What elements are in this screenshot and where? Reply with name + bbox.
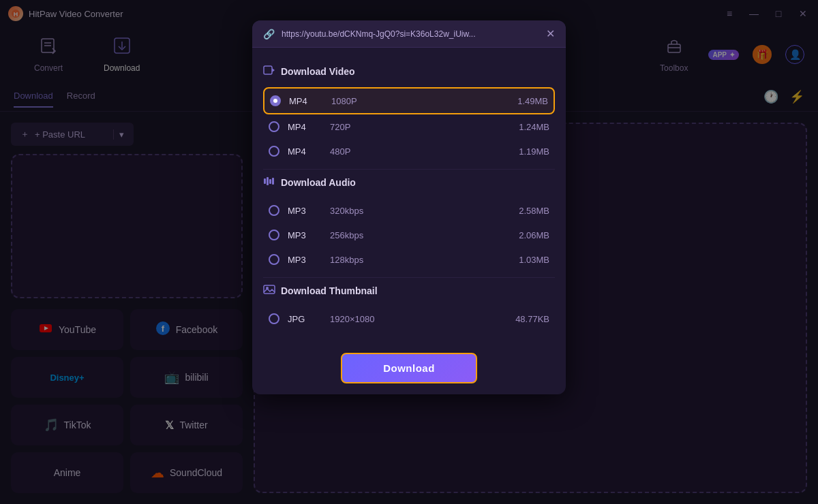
download-button[interactable]: Download bbox=[341, 353, 477, 383]
option-mp4-1080[interactable]: MP4 1080P 1.49MB bbox=[263, 87, 555, 114]
option-size-mp4-1080: 1.49MB bbox=[517, 96, 548, 106]
radio-jpg-1080 bbox=[269, 313, 279, 324]
thumbnail-section-icon bbox=[263, 283, 275, 298]
option-quality-mp3-128: 128kbps bbox=[330, 255, 511, 265]
svg-rect-19 bbox=[264, 285, 275, 294]
divider-2 bbox=[263, 277, 555, 278]
thumbnail-section-header: Download Thumbnail bbox=[263, 283, 555, 298]
modal-body: Download Video MP4 1080P 1.49MB MP4 720P… bbox=[252, 48, 566, 342]
option-format-mp3-128: MP3 bbox=[288, 255, 322, 265]
radio-mp3-320 bbox=[269, 205, 279, 216]
modal-close-button[interactable]: ✕ bbox=[546, 27, 555, 40]
svg-rect-15 bbox=[264, 178, 266, 184]
option-size-mp3-256: 2.06MB bbox=[519, 230, 549, 240]
modal-footer: Download bbox=[252, 342, 566, 394]
option-size-mp3-128: 1.03MB bbox=[519, 255, 549, 265]
option-format-mp4-720: MP4 bbox=[288, 122, 322, 132]
option-mp4-720[interactable]: MP4 720P 1.24MB bbox=[263, 114, 555, 139]
radio-mp4-720 bbox=[269, 121, 279, 132]
option-format-mp3-320: MP3 bbox=[288, 206, 322, 216]
option-size-mp4-720: 1.24MB bbox=[519, 122, 549, 132]
option-format-mp4-480: MP4 bbox=[288, 146, 322, 157]
svg-rect-17 bbox=[269, 179, 271, 184]
option-mp3-256[interactable]: MP3 256kbps 2.06MB bbox=[263, 223, 555, 247]
video-section-title: Download Video bbox=[281, 66, 355, 77]
option-quality-mp3-256: 256kbps bbox=[330, 230, 511, 240]
radio-mp3-256 bbox=[269, 230, 279, 240]
option-format-mp3-256: MP3 bbox=[288, 230, 322, 240]
divider-1 bbox=[263, 169, 555, 170]
link-icon: 🔗 bbox=[263, 29, 275, 40]
svg-rect-13 bbox=[264, 66, 272, 74]
audio-section-title: Download Audio bbox=[281, 177, 356, 188]
svg-marker-14 bbox=[272, 68, 275, 72]
option-size-mp4-480: 1.19MB bbox=[519, 146, 549, 157]
video-section-icon bbox=[263, 64, 275, 79]
option-format-jpg-1080: JPG bbox=[288, 314, 322, 324]
option-quality-mp4-1080: 1080P bbox=[331, 96, 509, 106]
radio-mp3-128 bbox=[269, 254, 279, 265]
option-quality-mp4-480: 480P bbox=[330, 146, 511, 157]
option-size-jpg-1080: 48.77KB bbox=[515, 314, 549, 324]
option-quality-jpg-1080: 1920×1080 bbox=[330, 314, 507, 324]
svg-rect-18 bbox=[272, 178, 274, 185]
option-mp4-480[interactable]: MP4 480P 1.19MB bbox=[263, 139, 555, 163]
thumbnail-section-title: Download Thumbnail bbox=[281, 285, 378, 296]
audio-section-icon bbox=[263, 175, 275, 190]
option-mp3-320[interactable]: MP3 320kbps 2.58MB bbox=[263, 198, 555, 223]
modal-url-text: https://youtu.be/dCKNmq-JgQ0?si=K36oL32w… bbox=[282, 29, 539, 39]
option-size-mp3-320: 2.58MB bbox=[519, 206, 549, 216]
download-format-modal: 🔗 https://youtu.be/dCKNmq-JgQ0?si=K36oL3… bbox=[252, 20, 566, 394]
video-section-header: Download Video bbox=[263, 64, 555, 79]
radio-mp4-480 bbox=[269, 146, 279, 157]
radio-mp4-1080 bbox=[270, 95, 281, 106]
audio-section-header: Download Audio bbox=[263, 175, 555, 190]
option-jpg-1080[interactable]: JPG 1920×1080 48.77KB bbox=[263, 306, 555, 331]
option-format-mp4-1080: MP4 bbox=[289, 96, 323, 106]
option-mp3-128[interactable]: MP3 128kbps 1.03MB bbox=[263, 247, 555, 272]
option-quality-mp3-320: 320kbps bbox=[330, 206, 511, 216]
modal-url-bar: 🔗 https://youtu.be/dCKNmq-JgQ0?si=K36oL3… bbox=[252, 20, 566, 48]
svg-rect-16 bbox=[267, 177, 269, 185]
option-quality-mp4-720: 720P bbox=[330, 122, 511, 132]
modal-scroll-area: Download Video MP4 1080P 1.49MB MP4 720P… bbox=[252, 48, 566, 342]
